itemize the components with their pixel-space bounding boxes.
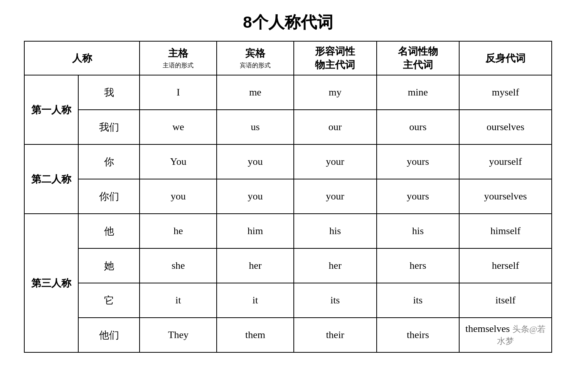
objective-cell: you <box>217 144 294 179</box>
table-row: 第一人称我Imemyminemyself <box>24 75 552 110</box>
page-title: 8个人称代词 <box>243 12 333 33</box>
objective-cell: her <box>217 248 294 283</box>
adj-possessive-cell: our <box>294 110 377 144</box>
table-row: 你们youyouyouryoursyourselves <box>24 179 552 214</box>
noun-possessive-cell: yours <box>377 179 460 214</box>
nominative-cell: we <box>140 110 217 144</box>
noun-possessive-cell: hers <box>377 248 460 283</box>
header-objective: 宾格 宾语的形式 <box>217 41 294 75</box>
header-adj-possessive: 形容词性物主代词 <box>294 41 377 75</box>
nominative-cell: They <box>140 318 217 352</box>
reflexive-cell: yourself <box>459 144 552 179</box>
reflexive-cell: yourselves <box>459 179 552 214</box>
objective-cell: it <box>217 283 294 318</box>
nominative-cell: she <box>140 248 217 283</box>
objective-cell: me <box>217 75 294 110</box>
nominative-cell: You <box>140 144 217 179</box>
adj-possessive-cell: your <box>294 144 377 179</box>
table-row: 她sheherherhersherself <box>24 248 552 283</box>
header-reflexive: 反身代词 <box>459 41 552 75</box>
noun-possessive-cell: mine <box>377 75 460 110</box>
chinese-cell: 它 <box>78 283 140 318</box>
chinese-cell: 你们 <box>78 179 140 214</box>
objective-cell: you <box>217 179 294 214</box>
header-noun-possessive: 名词性物主代词 <box>377 41 460 75</box>
objective-cell: them <box>217 318 294 352</box>
reflexive-cell: ourselves <box>459 110 552 144</box>
nominative-cell: he <box>140 214 217 248</box>
table-row: 它itititsitsitself <box>24 283 552 318</box>
adj-possessive-cell: its <box>294 283 377 318</box>
reflexive-cell: himself <box>459 214 552 248</box>
table-row: 第三人称他hehimhishishimself <box>24 214 552 248</box>
noun-possessive-cell: yours <box>377 144 460 179</box>
reflexive-cell: herself <box>459 248 552 283</box>
objective-cell: him <box>217 214 294 248</box>
person-group-cell: 第一人称 <box>24 75 78 144</box>
chinese-cell: 我们 <box>78 110 140 144</box>
adj-possessive-cell: your <box>294 179 377 214</box>
objective-cell: us <box>217 110 294 144</box>
nominative-cell: you <box>140 179 217 214</box>
reflexive-cell: myself <box>459 75 552 110</box>
table-row: 第二人称你Youyouyouryoursyourself <box>24 144 552 179</box>
noun-possessive-cell: his <box>377 214 460 248</box>
chinese-cell: 我 <box>78 75 140 110</box>
watermark: 头条@若水梦 <box>497 324 546 346</box>
table-row: 我们weusouroursourselves <box>24 110 552 144</box>
noun-possessive-cell: ours <box>377 110 460 144</box>
chinese-cell: 她 <box>78 248 140 283</box>
nominative-cell: it <box>140 283 217 318</box>
chinese-cell: 你 <box>78 144 140 179</box>
chinese-cell: 他们 <box>78 318 140 352</box>
page-container: 8个人称代词 人称 主格 主语的形式 宾格 宾语的形式 <box>0 0 576 392</box>
adj-possessive-cell: her <box>294 248 377 283</box>
chinese-cell: 他 <box>78 214 140 248</box>
noun-possessive-cell: its <box>377 283 460 318</box>
header-person: 人称 <box>24 41 140 75</box>
person-group-cell: 第二人称 <box>24 144 78 214</box>
reflexive-cell: themselves 头条@若水梦 <box>459 318 552 352</box>
nominative-cell: I <box>140 75 217 110</box>
table-row: 他们Theythemtheirtheirsthemselves 头条@若水梦 <box>24 318 552 352</box>
noun-possessive-cell: theirs <box>377 318 460 352</box>
adj-possessive-cell: my <box>294 75 377 110</box>
reflexive-cell: itself <box>459 283 552 318</box>
person-group-cell: 第三人称 <box>24 214 78 352</box>
adj-possessive-cell: their <box>294 318 377 352</box>
pronoun-table: 人称 主格 主语的形式 宾格 宾语的形式 形容词性物主代词 名词性物主代词 反身 <box>24 41 552 353</box>
header-nominative: 主格 主语的形式 <box>140 41 217 75</box>
adj-possessive-cell: his <box>294 214 377 248</box>
table-header-row: 人称 主格 主语的形式 宾格 宾语的形式 形容词性物主代词 名词性物主代词 反身 <box>24 41 552 75</box>
